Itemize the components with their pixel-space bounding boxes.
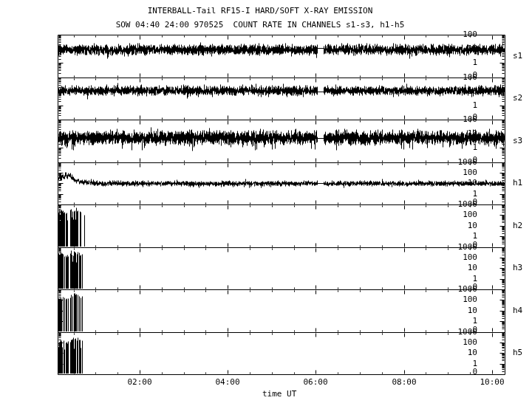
panel-label: s3 [513, 136, 532, 145]
y-tick-label: 1 [433, 142, 477, 152]
y-tick-label: 100 [433, 114, 477, 124]
y-tick-label: 10 [433, 86, 477, 96]
y-tick-label: 1000 [433, 284, 477, 294]
chart-subtitle: SOW 04:40 24:00 970525 COUNT RATE IN CHA… [0, 20, 520, 30]
y-tick-label: 1000 [433, 327, 477, 337]
y-tick-label: 100 [433, 30, 477, 39]
x-tick-label: 04:00 [211, 377, 244, 387]
panel-label: h4 [513, 306, 532, 315]
y-tick-label: 10 [433, 306, 477, 315]
y-tick-label: 10 [433, 128, 477, 138]
panel-label: h3 [513, 263, 532, 272]
y-tick-label: 10 [433, 178, 477, 187]
y-tick-label: 10 [433, 263, 477, 272]
chart-title: INTERBALL-Tail RF15-I HARD/SOFT X-RAY EM… [0, 6, 520, 16]
y-tick-label: 1 [433, 100, 477, 110]
y-tick-label: 100 [433, 295, 477, 304]
y-tick-label: 100 [433, 72, 477, 82]
y-tick-label: 100 [433, 168, 477, 177]
panel-label: h1 [513, 178, 532, 187]
y-tick-label: 100 [433, 252, 477, 262]
y-tick-label: 1000 [433, 157, 477, 167]
panel-label: s1 [513, 51, 532, 61]
y-tick-label: 1 [433, 58, 477, 67]
y-tick-label: 0 [433, 367, 477, 376]
y-tick-label: 1000 [433, 242, 477, 252]
x-tick-label: 08:00 [388, 377, 420, 387]
panel-label: h5 [513, 348, 532, 357]
y-tick-label: 1000 [433, 199, 477, 209]
y-tick-label: 100 [433, 210, 477, 219]
panel-label: s2 [513, 93, 532, 103]
x-tick-label: 10:00 [476, 377, 508, 387]
y-tick-label: 10 [433, 348, 477, 357]
y-tick-label: 100 [433, 337, 477, 347]
xray-emission-figure: INTERBALL-Tail RF15-I HARD/SOFT X-RAY EM… [0, 0, 532, 406]
y-tick-label: 10 [433, 44, 477, 53]
x-axis-label: time UT [262, 389, 295, 399]
x-tick-label: 02:00 [123, 377, 156, 387]
y-tick-label: 10 [433, 221, 477, 230]
panel-label: h2 [513, 221, 532, 230]
x-tick-label: 06:00 [299, 377, 332, 387]
